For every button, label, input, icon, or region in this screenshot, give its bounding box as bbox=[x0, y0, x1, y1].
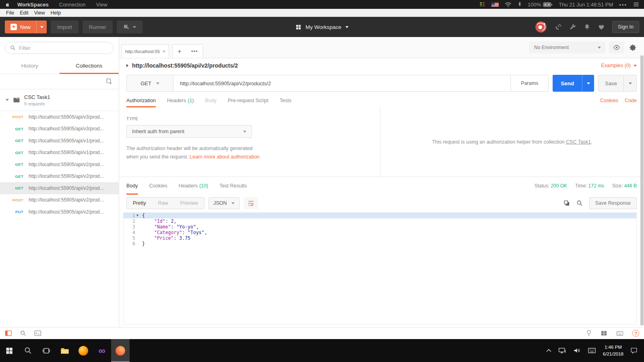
control-center-icon[interactable]: ••• bbox=[619, 2, 627, 8]
workspace-caret-icon[interactable] bbox=[345, 26, 349, 28]
view-preview-button[interactable]: Preview bbox=[174, 197, 204, 209]
tab-options-icon[interactable]: ••• bbox=[186, 48, 203, 54]
visual-studio-button[interactable]: ∞ bbox=[93, 339, 111, 362]
lightbulb-icon[interactable] bbox=[586, 330, 592, 337]
menu-view[interactable]: View bbox=[31, 10, 48, 16]
new-tab-button[interactable]: + bbox=[173, 47, 186, 56]
sidebar-request-4[interactable]: GET http://localhost:55905/api/v1/prod..… bbox=[0, 147, 119, 159]
collection-csc-task1[interactable]: CSC Task1 9 requests bbox=[0, 89, 119, 111]
find-replace-icon[interactable] bbox=[20, 330, 26, 336]
notifications-bell-icon[interactable] bbox=[584, 23, 590, 31]
copy-icon[interactable] bbox=[564, 200, 570, 206]
close-tab-icon[interactable]: × bbox=[163, 49, 165, 54]
workspaces-status-icon[interactable] bbox=[479, 2, 485, 7]
cookies-link[interactable]: Cookies bbox=[600, 98, 618, 103]
workspace-name[interactable]: My Workspace bbox=[305, 24, 341, 30]
tab-body[interactable]: Body bbox=[205, 94, 217, 107]
taskbar-search-button[interactable] bbox=[19, 339, 37, 362]
environment-select[interactable]: No Environment bbox=[529, 41, 606, 53]
sidebar-request-2[interactable]: GET http://localhost:55905/api/v3/prod..… bbox=[0, 123, 119, 135]
sidebar-toggle-icon[interactable] bbox=[5, 330, 12, 336]
wrap-lines-button[interactable] bbox=[244, 197, 258, 209]
settings-gear-icon[interactable] bbox=[629, 44, 637, 51]
sidebar-request-6[interactable]: GET http://localhost:55905/api/v2/prod..… bbox=[0, 171, 119, 183]
import-button[interactable]: Import bbox=[51, 21, 78, 33]
action-center-icon[interactable] bbox=[630, 347, 638, 354]
url-input[interactable] bbox=[173, 75, 510, 91]
sidebar-request-3[interactable]: GET http://localhost:55905/api/v1/prod..… bbox=[0, 135, 119, 147]
settings-wrench-icon[interactable] bbox=[569, 23, 576, 31]
save-dropdown-caret[interactable] bbox=[623, 75, 636, 91]
examples-dropdown[interactable]: Examples (0) bbox=[601, 63, 637, 68]
collapse-request-caret[interactable] bbox=[126, 64, 128, 67]
method-select[interactable]: GET bbox=[127, 75, 173, 91]
menu-edit[interactable]: Edit bbox=[17, 10, 31, 16]
two-pane-layout-icon[interactable] bbox=[601, 330, 607, 336]
menu-file[interactable]: File bbox=[3, 10, 17, 16]
tab-headers[interactable]: Headers(1) bbox=[167, 94, 194, 107]
send-dropdown-caret[interactable] bbox=[582, 75, 594, 92]
tray-expand-chevron[interactable] bbox=[546, 349, 551, 352]
sidebar-request-8[interactable]: POST http://localhost:55905/api/v2/prod.… bbox=[0, 194, 119, 206]
sidebar-request-1[interactable]: POST http://localhost:55905/api/v3/prod.… bbox=[0, 111, 119, 123]
heart-icon[interactable] bbox=[598, 24, 605, 31]
sidebar-request-9[interactable]: PUT http://localhost:55905/api/v2/prod..… bbox=[0, 206, 119, 218]
view-pretty-button[interactable]: Pretty bbox=[127, 197, 152, 209]
touch-keyboard-tray-icon[interactable] bbox=[588, 348, 596, 354]
params-button[interactable]: Params bbox=[510, 75, 548, 91]
new-window-button[interactable] bbox=[117, 21, 142, 33]
tab-authorization[interactable]: Authorization bbox=[126, 94, 156, 107]
runner-button[interactable]: Runner bbox=[83, 21, 113, 33]
macos-menu-connection[interactable]: Connection bbox=[59, 2, 86, 8]
fold-caret-icon[interactable]: ▼ bbox=[136, 213, 140, 218]
environment-preview-button[interactable] bbox=[609, 41, 624, 53]
postman-taskbar-button[interactable] bbox=[111, 339, 130, 362]
help-icon[interactable]: ? bbox=[632, 330, 639, 337]
new-collection-icon[interactable] bbox=[105, 78, 112, 85]
task-view-button[interactable] bbox=[37, 339, 56, 362]
vertical-scrollbar[interactable] bbox=[640, 56, 644, 325]
response-tab-cookies[interactable]: Cookies bbox=[149, 177, 167, 195]
response-body-editor[interactable]: 1▼ { 2 "Id": 2, 3 "Name": "Yo-yo", 4 "Ca… bbox=[123, 212, 637, 325]
keyboard-shortcuts-icon[interactable] bbox=[616, 331, 623, 336]
format-select[interactable]: JSON bbox=[208, 197, 239, 209]
sidebar-request-5[interactable]: GET http://localhost:55905/api/v2/prod..… bbox=[0, 158, 119, 171]
filter-input[interactable] bbox=[19, 45, 109, 51]
start-button[interactable] bbox=[0, 339, 19, 362]
new-button[interactable]: +New bbox=[5, 21, 47, 33]
volume-tray-icon[interactable] bbox=[573, 347, 581, 354]
notification-list-icon[interactable] bbox=[633, 2, 639, 7]
view-raw-button[interactable]: Raw bbox=[152, 197, 174, 209]
network-tray-icon[interactable] bbox=[558, 347, 566, 354]
menu-help[interactable]: Help bbox=[48, 10, 64, 16]
tab-history[interactable]: History bbox=[0, 58, 60, 74]
auth-type-select[interactable]: Inherit auth from parent bbox=[126, 125, 252, 138]
us-flag-icon[interactable] bbox=[491, 2, 499, 7]
tab-tests[interactable]: Tests bbox=[280, 94, 291, 107]
macos-app-name[interactable]: WorkSpaces bbox=[17, 2, 49, 8]
response-tab-test-results[interactable]: Test Results bbox=[219, 177, 247, 195]
macos-clock[interactable]: Thu 21 Jun 1:46:51 PM bbox=[559, 2, 613, 8]
macos-menu-view[interactable]: View bbox=[96, 2, 107, 8]
sync-icon[interactable] bbox=[535, 21, 547, 33]
apple-icon[interactable] bbox=[5, 2, 10, 8]
response-tab-body[interactable]: Body bbox=[126, 177, 138, 195]
interceptor-icon[interactable] bbox=[554, 23, 562, 31]
tab-collections[interactable]: Collections bbox=[60, 58, 119, 74]
learn-more-link[interactable]: Learn more about authorization bbox=[190, 154, 260, 160]
collection-expand-caret[interactable] bbox=[6, 99, 9, 101]
new-dropdown-caret[interactable] bbox=[36, 21, 47, 33]
firefox-button[interactable] bbox=[74, 339, 93, 362]
file-explorer-button[interactable] bbox=[56, 339, 74, 362]
sidebar-request-7-selected[interactable]: GET http://localhost:55905/api/v2/prod..… bbox=[0, 182, 119, 194]
wifi-icon[interactable] bbox=[505, 2, 512, 7]
save-button[interactable]: Save bbox=[599, 75, 623, 91]
send-button[interactable]: Send bbox=[553, 75, 582, 92]
taskbar-clock[interactable]: 1:46 PM 6/21/2018 bbox=[603, 344, 623, 357]
search-response-icon[interactable] bbox=[576, 200, 583, 206]
collection-link[interactable]: CSC Task1 bbox=[566, 139, 591, 145]
code-link[interactable]: Code bbox=[625, 98, 637, 103]
sign-in-button[interactable]: Sign In bbox=[612, 21, 639, 33]
open-request-tab[interactable]: http://localhost:5590 × bbox=[122, 44, 169, 58]
console-icon[interactable] bbox=[34, 330, 41, 336]
